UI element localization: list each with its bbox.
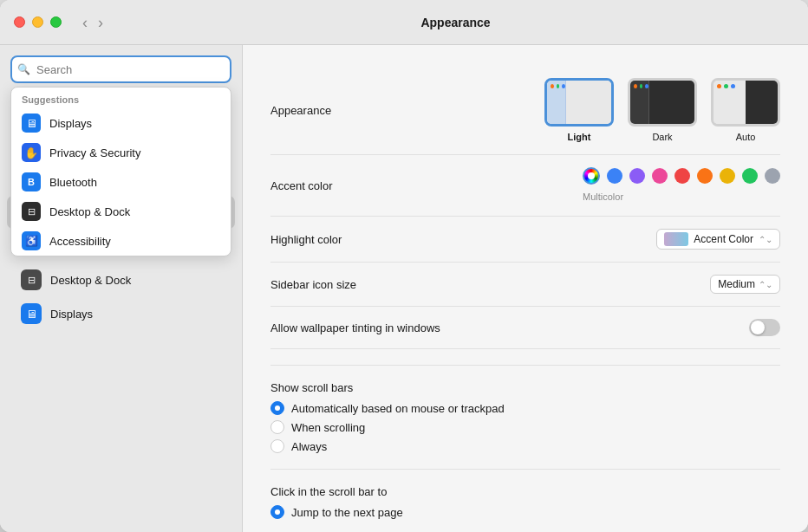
- scroll-auto-option[interactable]: Automatically based on mouse or trackpad: [270, 401, 780, 415]
- appearance-options: Light: [544, 78, 780, 142]
- sidebar-size-select[interactable]: Medium ⌃⌄: [710, 275, 780, 294]
- highlight-color-picker[interactable]: Accent Color ⌃⌄: [656, 229, 780, 250]
- scroll-always-option[interactable]: Always: [270, 439, 780, 453]
- suggestion-desktop-dock-label: Desktop & Dock: [49, 205, 130, 218]
- scroll-scrolling-radio: [270, 420, 284, 434]
- dark-label: Dark: [652, 132, 672, 142]
- suggestion-desktop-dock[interactable]: ⊟ Desktop & Dock: [11, 197, 231, 226]
- dot-g-a: [724, 84, 728, 88]
- search-input[interactable]: [10, 55, 231, 83]
- appearance-row: Appearance: [270, 66, 780, 155]
- click-jump-page-label: Jump to the next page: [291, 506, 403, 519]
- suggestion-bluetooth-label: Bluetooth: [49, 176, 97, 189]
- sidebar-item-displays-label: Displays: [50, 308, 93, 321]
- sidebar-size-chevron-icon: ⌃⌄: [759, 280, 772, 289]
- accent-purple[interactable]: [629, 168, 645, 184]
- auto-dark-half: [746, 81, 778, 124]
- suggestions-header: Suggestions: [11, 88, 231, 108]
- search-icon: 🔍: [17, 63, 30, 75]
- divider-1: [270, 365, 780, 366]
- dot-b-a: [731, 84, 735, 88]
- displays-icon: 🖥: [22, 114, 41, 133]
- scroll-bars-wrapper: Show scroll bars Automatically based on …: [270, 369, 780, 453]
- dark-thumb-inner: [630, 81, 694, 124]
- scroll-always-label: Always: [291, 440, 327, 453]
- accent-color-label: Accent color: [270, 179, 461, 192]
- appearance-label: Appearance: [270, 104, 461, 117]
- accent-green[interactable]: [742, 168, 758, 184]
- scroll-scrolling-label: When scrolling: [291, 421, 365, 434]
- accent-colors-group: Multicolor: [583, 167, 780, 204]
- accent-pink[interactable]: [652, 168, 668, 184]
- suggestion-privacy[interactable]: ✋ Privacy & Security: [11, 138, 231, 167]
- accent-graphite[interactable]: [765, 168, 780, 184]
- suggestion-bluetooth[interactable]: B Bluetooth: [11, 167, 231, 197]
- light-dots: [547, 84, 565, 88]
- privacy-icon: ✋: [22, 143, 41, 162]
- dot-green: [557, 84, 560, 88]
- forward-button[interactable]: ›: [94, 13, 107, 32]
- accent-red[interactable]: [674, 168, 690, 184]
- accent-multicolor[interactable]: [583, 167, 600, 185]
- sidebar-item-desktop-dock[interactable]: ⊟ Desktop & Dock: [7, 263, 235, 296]
- light-thumb-inner: [547, 81, 611, 124]
- highlight-color-label: Highlight color: [270, 233, 461, 246]
- suggestion-accessibility-label: Accessibility: [49, 235, 111, 248]
- wallpaper-toggle[interactable]: [749, 319, 780, 336]
- accent-orange[interactable]: [697, 168, 713, 184]
- auto-thumb: [711, 78, 780, 127]
- back-button[interactable]: ‹: [79, 13, 91, 32]
- wallpaper-toggle-wrap: [461, 319, 780, 336]
- minimize-button[interactable]: [32, 16, 43, 28]
- appearance-light[interactable]: Light: [544, 78, 614, 142]
- accessibility-icon: ♿: [22, 231, 41, 250]
- maximize-button[interactable]: [50, 16, 62, 28]
- click-jump-page-option[interactable]: Jump to the next page: [270, 505, 780, 519]
- sidebar-item-displays[interactable]: 🖥 Displays: [7, 297, 235, 330]
- desktop-dock-sidebar-icon: ⊟: [21, 269, 42, 290]
- dot-blue: [562, 84, 565, 88]
- light-sidebar: [547, 81, 566, 124]
- nav-buttons: ‹ ›: [79, 13, 107, 32]
- dark-dots: [630, 84, 648, 88]
- light-label: Light: [568, 132, 591, 142]
- click-jump-page-radio: [270, 505, 284, 519]
- suggestion-displays[interactable]: 🖥 Displays: [11, 108, 231, 138]
- sidebar-icon-size-row: Sidebar icon size Medium ⌃⌄: [270, 263, 780, 307]
- main-content: Appearance: [243, 45, 808, 532]
- dot-orange-d: [634, 84, 637, 88]
- suggestion-accessibility[interactable]: ♿ Accessibility: [11, 226, 231, 256]
- toggle-knob: [751, 321, 765, 334]
- appearance-dark[interactable]: Dark: [628, 78, 697, 142]
- appearance-auto[interactable]: Auto: [711, 78, 780, 142]
- accent-blue[interactable]: [607, 168, 622, 184]
- click-scroll-title: Click in the scroll bar to: [270, 485, 780, 498]
- suggestion-privacy-label: Privacy & Security: [49, 146, 140, 159]
- light-thumb: [544, 78, 614, 127]
- sidebar-item-desktop-dock-label: Desktop & Dock: [50, 274, 131, 287]
- scroll-auto-label: Automatically based on mouse or trackpad: [291, 402, 505, 415]
- dark-thumb: [628, 78, 697, 127]
- main-window: ‹ › Appearance 🔍 Suggestions 🖥 Displays …: [0, 0, 808, 532]
- accent-control: Multicolor: [461, 167, 780, 204]
- dark-sidebar: [630, 81, 649, 124]
- sidebar-size-value: Medium: [718, 278, 755, 290]
- titlebar: ‹ › Appearance: [0, 0, 808, 45]
- sidebar-size-control: Medium ⌃⌄: [461, 275, 780, 294]
- dark-main: [649, 81, 694, 124]
- light-main: [566, 81, 611, 124]
- dot-o-a: [717, 84, 721, 88]
- scroll-scrolling-option[interactable]: When scrolling: [270, 420, 780, 434]
- displays-sidebar-icon: 🖥: [21, 303, 42, 324]
- desktop-dock-icon: ⊟: [22, 202, 41, 221]
- wallpaper-tinting-row: Allow wallpaper tinting in windows: [270, 307, 780, 349]
- auto-dots: [714, 84, 746, 88]
- scroll-radio-group: Automatically based on mouse or trackpad…: [270, 401, 780, 453]
- click-radio-group: Jump to the next page: [270, 505, 780, 519]
- bluetooth-icon: B: [22, 172, 41, 191]
- auto-inner: [714, 81, 778, 124]
- accent-yellow[interactable]: [720, 168, 735, 184]
- window-title: Appearance: [117, 16, 794, 29]
- close-button[interactable]: [14, 16, 25, 28]
- dot-orange: [551, 84, 554, 88]
